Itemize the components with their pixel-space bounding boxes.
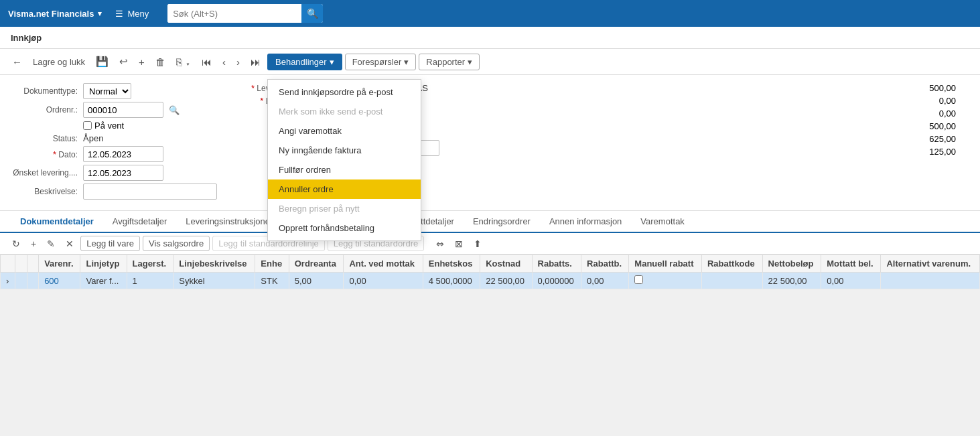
undo-button[interactable]: ↩ (115, 53, 132, 70)
brand-logo[interactable]: Visma.net Financials ▾ (8, 9, 102, 19)
clear-filters-button[interactable]: ⊠ (451, 236, 467, 251)
menu-item-angi-varemottak[interactable]: Angi varemottak (268, 121, 421, 141)
search-button[interactable]: 🔍 (301, 4, 323, 23)
col-header: Alternativt varenum. (881, 255, 980, 273)
search-bar: 🔍 (167, 4, 323, 23)
menu-item-annuller-ordre[interactable]: Annuller ordre (268, 179, 421, 199)
behandlinger-label: Behandlinger (275, 57, 327, 67)
table-cell: Varer f... (80, 273, 127, 289)
manuell-rabatt-checkbox[interactable] (634, 275, 643, 284)
col-header: Kostnad (480, 255, 532, 273)
brand-chevron-icon: ▾ (98, 9, 102, 18)
table-cell (881, 273, 980, 289)
dokumenttype-row: Dokumenttype: Normal (11, 83, 217, 99)
legg-til-vare-button[interactable]: Legg til vare (80, 236, 140, 251)
rapporter-chevron-icon: ▾ (468, 57, 472, 67)
ordrenr-label: Ordrenr.: (11, 105, 78, 115)
amount-6: 125,00 (929, 147, 956, 157)
varenr-link[interactable]: 600 (44, 276, 59, 286)
behandlinger-chevron-icon: ▾ (330, 57, 334, 67)
sub-delete-button[interactable]: ✕ (62, 236, 78, 251)
onsket-levering-row: Ønsket levering.... (11, 165, 217, 181)
sub-edit-button[interactable]: ✎ (43, 236, 59, 251)
menu-item-send-innkjop[interactable]: Send innkjøpsordre på e-post (268, 82, 421, 102)
pa-vent-label: På vent (94, 121, 124, 131)
foresporsler-chevron-icon: ▾ (404, 57, 409, 67)
add-button[interactable]: + (135, 54, 149, 70)
pa-vent-checkbox[interactable] (83, 121, 92, 130)
tab-annen-informasjon[interactable]: Annen informasjon (540, 211, 631, 233)
behandlinger-button[interactable]: Behandlinger ▾ (267, 54, 342, 70)
save-close-label: Lagre og lukk (33, 57, 85, 67)
table-cell (701, 273, 762, 289)
brand-name: Visma.net Financials (8, 9, 94, 19)
tab-endringsordrer[interactable]: Endringsordrer (464, 211, 540, 233)
col-header: Enhetskos (423, 255, 480, 273)
dato-row: * Dato: (11, 146, 217, 162)
sub-add-button[interactable]: + (27, 236, 40, 251)
save-close-button[interactable]: Lagre og lukk (29, 54, 89, 70)
prev-button[interactable]: ‹ (218, 54, 230, 70)
next-button[interactable]: › (232, 54, 244, 70)
menu-item-merk-ikke-send: Merk som ikke send e-post (268, 102, 421, 121)
dato-label: * Dato: (11, 149, 78, 159)
table-cell: STK (255, 273, 289, 289)
beskrivelse-label: Beskrivelse: (11, 187, 78, 196)
last-button[interactable]: ⏭ (247, 54, 265, 70)
form-amounts-col: 500,00 0,00 0,00 500,00 625,00 125,00 (929, 83, 969, 202)
foresporsler-button[interactable]: Forespørsler ▾ (345, 54, 417, 70)
table-cell: 0,00 (344, 273, 423, 289)
onsket-levering-input[interactable] (83, 165, 163, 181)
form-area: Dokumenttype: Normal Ordrenr.: 🔍 På vent… (0, 75, 980, 211)
col-header: Linjetyp (80, 255, 127, 273)
col-header (27, 255, 39, 273)
table-cell: 4 500,0000 (423, 273, 480, 289)
amount-5: 625,00 (929, 134, 956, 144)
table-cell: 22 500,00 (762, 273, 821, 289)
vis-salgsordre-label: Vis salgsordre (149, 238, 204, 248)
dokumenttype-select[interactable]: Normal (83, 83, 131, 99)
col-header (1, 255, 15, 273)
tab-dokumentdetaljer[interactable]: Dokumentdetaljer (11, 211, 103, 233)
col-header: Ordreanta (289, 255, 344, 273)
tab-avgiftsdetaljer[interactable]: Avgiftsdetaljer (103, 211, 176, 233)
copy-button[interactable]: ⎘ ▾ (172, 54, 195, 70)
table-cell: 1 (127, 273, 173, 289)
tab-varemottak[interactable]: Varemottak (631, 211, 694, 233)
vis-salgsordre-button[interactable]: Vis salgsordre (143, 236, 210, 251)
col-header: Rabatts. (532, 255, 581, 273)
menu-label: Meny (127, 9, 149, 19)
search-input[interactable] (167, 4, 301, 23)
menu-item-ny-inngaende[interactable]: Ny inngående faktura (268, 141, 421, 160)
menu-toggle[interactable]: ☰ Meny (115, 9, 149, 19)
beskrivelse-input[interactable] (83, 184, 217, 200)
ordrenr-search-icon[interactable]: 🔍 (169, 105, 180, 115)
tab-leveringsinstruksjoner[interactable]: Leveringsinstruksjoner (176, 211, 282, 233)
table-cell: › (1, 273, 15, 289)
hamburger-icon: ☰ (115, 9, 123, 19)
legg-til-vare-label: Legg til vare (86, 238, 134, 248)
onsket-levering-label: Ønsket levering.... (11, 168, 78, 177)
col-header (15, 255, 27, 273)
fit-columns-button[interactable]: ⇔ (432, 236, 448, 251)
first-button[interactable]: ⏮ (198, 54, 216, 70)
refresh-button[interactable]: ↻ (8, 236, 24, 251)
menu-item-beregn-priser: Beregn priser på nytt (268, 199, 421, 218)
upload-button[interactable]: ⬆ (470, 236, 486, 251)
delete-button[interactable]: 🗑 (151, 54, 169, 70)
table-cell: 22 500,00 (480, 273, 532, 289)
rapporter-button[interactable]: Rapporter ▾ (419, 54, 480, 70)
behandlinger-menu: Send innkjøpsordre på e-postMerk som ikk… (267, 79, 421, 241)
col-header: Enhe (255, 255, 289, 273)
table-cell (15, 273, 27, 289)
sub-toolbar: ↻ + ✎ ✕ Legg til vare Vis salgsordre Leg… (0, 233, 980, 255)
menu-item-fullfore-ordren[interactable]: Fullfør ordren (268, 160, 421, 179)
back-button[interactable]: ← (8, 54, 26, 70)
table-cell: 0,00 (581, 273, 629, 289)
menu-item-opprett-forskudd[interactable]: Opprett forhåndsbetaling (268, 218, 421, 238)
ordrenr-input[interactable] (83, 102, 163, 118)
save-button[interactable]: 💾 (92, 53, 113, 70)
dato-input[interactable] (83, 146, 163, 162)
beskrivelse-row: Beskrivelse: (11, 184, 217, 200)
table-row[interactable]: ›600Varer f...1SykkelSTK5,000,004 500,00… (1, 273, 980, 289)
